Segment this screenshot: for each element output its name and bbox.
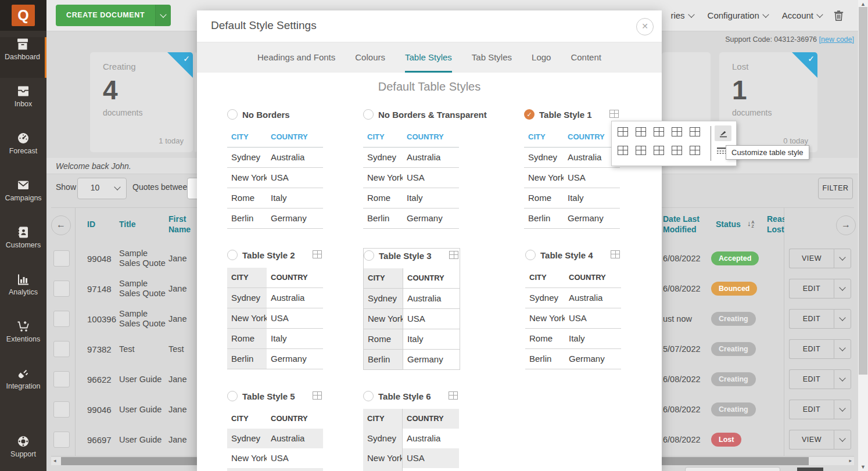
app-logo[interactable]: Q bbox=[12, 5, 35, 26]
col-header-first-name[interactable]: First Name bbox=[168, 214, 194, 235]
row-checkbox[interactable] bbox=[53, 281, 70, 297]
table-grid-icon[interactable] bbox=[611, 250, 620, 258]
sidebar-item-analytics[interactable]: Analytics bbox=[0, 272, 46, 313]
vertical-scrollbar[interactable]: ▲ ▼ bbox=[858, 0, 868, 471]
row-checkbox[interactable] bbox=[53, 432, 70, 448]
style-radio[interactable] bbox=[227, 250, 238, 260]
row-action-button[interactable]: EDIT bbox=[789, 369, 834, 389]
card-unit: documents bbox=[103, 108, 142, 117]
preview-row: SydneyAustralia bbox=[524, 148, 620, 168]
border-style-button[interactable] bbox=[654, 127, 664, 136]
table-grid-icon[interactable] bbox=[313, 250, 322, 258]
row-checkbox[interactable] bbox=[53, 341, 70, 357]
style-radio[interactable]: ✓ bbox=[524, 109, 535, 120]
tab-logo[interactable]: Logo bbox=[532, 42, 551, 73]
sidebar-item-dashboard[interactable]: Dashboard bbox=[0, 37, 46, 78]
tab-table-styles[interactable]: Table Styles bbox=[405, 42, 452, 73]
create-document-button[interactable]: CREATE DOCUMENT bbox=[56, 5, 171, 26]
preview-cell: Australia bbox=[267, 288, 323, 308]
table-grid-icon[interactable] bbox=[449, 251, 458, 259]
style-option-header: ✓Table Style 1 bbox=[524, 107, 620, 121]
row-checkbox[interactable] bbox=[53, 371, 70, 387]
style-radio[interactable] bbox=[363, 109, 374, 120]
sidebar-item-customers[interactable]: Customers bbox=[0, 225, 46, 266]
card-today: 1 today bbox=[159, 136, 184, 145]
sidebar-item-forecast[interactable]: Forecast bbox=[0, 131, 46, 172]
row-action-dropdown[interactable] bbox=[834, 369, 851, 389]
sort-icon[interactable]: ↓AZ bbox=[747, 219, 754, 228]
row-action-button[interactable]: VIEW bbox=[789, 249, 834, 268]
style-radio[interactable] bbox=[364, 250, 374, 261]
col-header-status[interactable]: Status bbox=[716, 219, 741, 229]
row-checkbox[interactable] bbox=[53, 311, 70, 327]
row-action-dropdown[interactable] bbox=[834, 400, 851, 419]
nav-item-configuration[interactable]: Configuration bbox=[708, 10, 768, 20]
row-action-button[interactable]: EDIT bbox=[789, 279, 834, 299]
scrollbar-right-arrow-icon[interactable]: ▸ bbox=[849, 458, 852, 463]
table-grid-icon[interactable] bbox=[313, 391, 322, 400]
border-style-button[interactable] bbox=[654, 146, 664, 155]
sidebar-item-extentions[interactable]: Extentions bbox=[0, 319, 46, 360]
row-action-button[interactable]: EDIT bbox=[789, 400, 834, 419]
tab-tab-styles[interactable]: Tab Styles bbox=[472, 42, 512, 73]
pagination-partial-button[interactable] bbox=[797, 468, 823, 471]
page-size-select[interactable]: 10 bbox=[77, 178, 127, 199]
style-radio[interactable] bbox=[525, 250, 536, 260]
tab-headings-and-fonts[interactable]: Headings and Fonts bbox=[257, 42, 335, 73]
style-label: Table Style 4 bbox=[540, 250, 593, 260]
border-style-button[interactable] bbox=[672, 127, 682, 136]
preview-cell: Sydney bbox=[227, 288, 267, 308]
row-action-dropdown[interactable] bbox=[834, 279, 851, 299]
border-style-button[interactable] bbox=[618, 127, 628, 136]
sidebar-item-campaigns[interactable]: Campaigns bbox=[0, 178, 46, 219]
row-action-dropdown[interactable] bbox=[834, 339, 851, 359]
preview-row: RomeItaly bbox=[524, 188, 620, 208]
border-style-button[interactable] bbox=[618, 146, 628, 155]
row-action-button[interactable]: EDIT bbox=[789, 339, 834, 359]
scrollbar-left-arrow-icon[interactable]: ◂ bbox=[53, 458, 56, 463]
close-icon[interactable]: ✕ bbox=[636, 18, 654, 35]
style-radio[interactable] bbox=[227, 109, 238, 120]
tab-content[interactable]: Content bbox=[571, 42, 601, 73]
border-style-button[interactable] bbox=[690, 127, 700, 136]
table-grid-icon[interactable] bbox=[449, 391, 458, 400]
trash-icon[interactable] bbox=[834, 10, 844, 21]
row-checkbox[interactable] bbox=[53, 250, 70, 267]
nav-item-account[interactable]: Account bbox=[782, 10, 822, 20]
create-document-label[interactable]: CREATE DOCUMENT bbox=[56, 5, 155, 26]
border-style-button[interactable] bbox=[636, 146, 646, 155]
preview-header-row: CITYCOUNTRY bbox=[227, 127, 323, 148]
border-style-button[interactable] bbox=[690, 146, 700, 155]
vertical-scrollbar-thumb[interactable] bbox=[859, 7, 867, 375]
border-style-button[interactable] bbox=[636, 127, 646, 136]
scrollbar-up-arrow-icon[interactable]: ▲ bbox=[858, 1, 868, 7]
sidebar-item-label: Dashboard bbox=[0, 53, 45, 61]
sidebar-item-support[interactable]: Support bbox=[0, 428, 46, 469]
style-radio[interactable] bbox=[363, 391, 374, 401]
col-header-reason-lost[interactable]: Reason Lost bbox=[767, 214, 784, 235]
new-code-link[interactable]: [new code] bbox=[819, 35, 854, 44]
scrollbar-down-arrow-icon[interactable]: ▼ bbox=[858, 464, 868, 470]
filter-button[interactable]: FILTER bbox=[818, 178, 853, 199]
style-radio[interactable] bbox=[227, 391, 238, 401]
scroll-right-button[interactable]: → bbox=[836, 215, 856, 235]
row-action-dropdown[interactable] bbox=[834, 430, 851, 450]
border-style-button[interactable] bbox=[672, 146, 682, 155]
col-header-id[interactable]: ID bbox=[87, 219, 95, 229]
sidebar-item-inbox[interactable]: Inbox bbox=[0, 84, 46, 125]
row-action-button[interactable]: EDIT bbox=[789, 309, 834, 329]
nav-item-libraries[interactable]: ries bbox=[670, 10, 693, 20]
col-header-date-modified[interactable]: Date Last Modified bbox=[663, 214, 711, 235]
customize-pencil-button[interactable] bbox=[715, 125, 731, 141]
row-action-dropdown[interactable] bbox=[834, 249, 851, 268]
scroll-left-button[interactable]: ← bbox=[51, 215, 71, 235]
row-checkbox[interactable] bbox=[53, 401, 70, 418]
table-grid-icon[interactable] bbox=[609, 110, 619, 118]
row-action-dropdown[interactable] bbox=[834, 309, 851, 329]
create-document-dropdown[interactable] bbox=[155, 5, 171, 26]
row-action-button[interactable]: VIEW bbox=[789, 430, 834, 450]
sidebar-item-integration[interactable]: Integration bbox=[0, 366, 46, 407]
pagination-partial-input[interactable] bbox=[685, 467, 780, 471]
col-header-title[interactable]: Title bbox=[119, 219, 136, 229]
tab-colours[interactable]: Colours bbox=[355, 42, 385, 73]
